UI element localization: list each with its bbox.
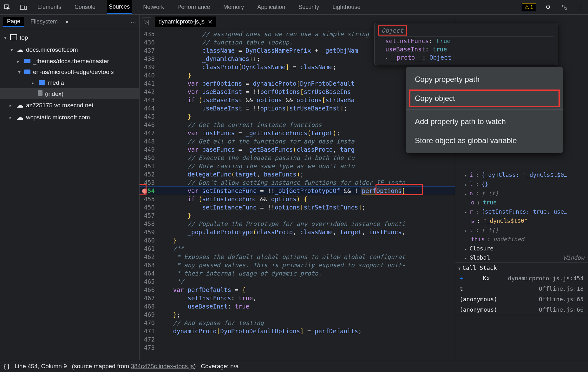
cursor-position: Line 454, Column 9 bbox=[15, 363, 67, 369]
more-icon[interactable]: ⋮ bbox=[577, 3, 585, 12]
code-line[interactable]: 470 // And expose for testing bbox=[140, 319, 455, 327]
code-editor: ▷| dynamicproto-js.js ✕ 435 // assigned … bbox=[140, 15, 455, 360]
code-line[interactable]: 468 useBaseInst: true bbox=[140, 302, 455, 310]
callstack-frame[interactable]: (anonymous)Offline.js:65 bbox=[455, 294, 588, 304]
sidebar-tabs: Page Filesystem » ⋯ bbox=[0, 15, 139, 29]
devtools-tab-security[interactable]: Security bbox=[297, 0, 321, 14]
code-line[interactable]: 463 * any passed values. This is primari… bbox=[140, 261, 455, 269]
tree-domain[interactable]: ▼docs.microsoft.com bbox=[0, 44, 139, 56]
code-line[interactable]: 471 dynamicProto[DynProtoDefaultOptions]… bbox=[140, 327, 455, 335]
callstack-frame[interactable]: (anonymous)Offline.js:66 bbox=[455, 304, 588, 315]
coverage: Coverage: n/a bbox=[201, 363, 238, 369]
cloud-icon bbox=[16, 113, 23, 122]
tree-folder[interactable]: ▸_themes/docs.theme/master bbox=[0, 56, 139, 67]
code-line[interactable]: 451 // Note casting the same type as we … bbox=[140, 162, 455, 170]
annotation-breakpoint-line-marker bbox=[140, 184, 147, 195]
devtools-tabstrip: ElementsConsoleSourcesNetworkPerformance… bbox=[0, 0, 588, 15]
context-menu: Copy property pathCopy objectAdd propert… bbox=[406, 67, 563, 153]
source-map-link[interactable]: 384c475c.index-docs.js bbox=[131, 363, 194, 369]
folder-icon bbox=[39, 79, 45, 86]
sidebar-tab-page[interactable]: Page bbox=[3, 17, 24, 27]
code-line[interactable]: 462 * Exposes the default global options… bbox=[140, 253, 455, 261]
tree-file-index[interactable]: (index) bbox=[0, 88, 139, 99]
scope-global[interactable]: GlobalWindow bbox=[455, 253, 588, 262]
svg-rect-2 bbox=[25, 6, 27, 10]
code-line[interactable]: 459 _populatePrototype(classProto, class… bbox=[140, 228, 455, 236]
scope-variable[interactable]: o: true bbox=[455, 198, 588, 207]
devtools-tab-memory[interactable]: Memory bbox=[221, 0, 246, 14]
code-line[interactable]: 473 bbox=[140, 343, 455, 352]
code-line[interactable]: 467 setInstFuncs: true, bbox=[140, 294, 455, 302]
code-line[interactable]: 472 bbox=[140, 335, 455, 343]
annotation-hovered-identifier bbox=[376, 184, 423, 195]
sidebar-more-icon[interactable]: ⋯ bbox=[130, 18, 136, 25]
window-icon bbox=[10, 34, 17, 42]
callstack-section: Call Stack Kxdynamicproto-js.js:454tOffl… bbox=[455, 262, 588, 315]
navigator-sidebar: Page Filesystem » ⋯ ▼top ▼docs.microsoft… bbox=[0, 15, 140, 360]
file-tree: ▼top ▼docs.microsoft.com ▸_themes/docs.t… bbox=[0, 29, 139, 126]
scope-variable[interactable]: i: {_dynClass: "_dynCls$t$0… bbox=[455, 170, 588, 179]
code-line[interactable]: 469 }; bbox=[140, 310, 455, 319]
code-line[interactable]: 458 // Populate the Prototype for any ov… bbox=[140, 220, 455, 228]
scope-section: i: {_dynClass: "_dynCls$t$0…l: {}n: ƒ (t… bbox=[455, 170, 588, 262]
scope-variable[interactable]: t: ƒ t() bbox=[455, 225, 588, 235]
callstack-header[interactable]: Call Stack bbox=[455, 262, 588, 273]
tree-domain[interactable]: ▸wcpstatic.microsoft.com bbox=[0, 111, 139, 123]
settings-icon[interactable]: ⚙ bbox=[544, 3, 552, 12]
devtools-tab-elements[interactable]: Elements bbox=[36, 0, 63, 14]
cloud-icon bbox=[16, 101, 23, 110]
sidebar-tabs-overflow[interactable]: » bbox=[65, 18, 69, 25]
inspect-icon[interactable] bbox=[3, 3, 11, 12]
scope-variable[interactable]: s: "_dynCls$t$0" bbox=[455, 216, 588, 225]
dock-icon[interactable] bbox=[560, 3, 569, 12]
svg-rect-1 bbox=[20, 5, 24, 10]
folder-icon bbox=[24, 58, 30, 65]
close-tab-icon[interactable]: ✕ bbox=[208, 18, 212, 25]
toggle-navigator-icon[interactable]: ▷| bbox=[142, 17, 151, 26]
code-line[interactable]: 466 var perfDefaults = { bbox=[140, 286, 455, 294]
devtools-tab-lighthouse[interactable]: Lighthouse bbox=[330, 0, 362, 14]
device-icon[interactable] bbox=[19, 3, 28, 12]
tree-folder[interactable]: ▼en-us/microsoft-edge/devtools bbox=[0, 67, 139, 77]
code-line[interactable]: 460 } bbox=[140, 236, 455, 244]
file-icon bbox=[38, 90, 42, 97]
tree-top[interactable]: ▼top bbox=[0, 32, 139, 44]
callstack-frame[interactable]: Kxdynamicproto-js.js:454 bbox=[455, 273, 588, 283]
devtools-tab-application[interactable]: Application bbox=[255, 0, 287, 14]
scope-variable[interactable]: l: {} bbox=[455, 179, 588, 189]
folder-icon bbox=[24, 69, 30, 76]
file-tab[interactable]: dynamicproto-js.js ✕ bbox=[155, 17, 216, 27]
issues-badge[interactable]: 1 bbox=[522, 3, 536, 11]
devtools-tab-sources[interactable]: Sources bbox=[107, 0, 132, 14]
context-menu-item[interactable]: Copy object bbox=[410, 90, 559, 107]
scope-closure[interactable]: Closure bbox=[455, 244, 588, 253]
object-tooltip: Object setInstFuncs: true useBaseInst: t… bbox=[374, 23, 558, 65]
code-line[interactable]: 452 delegateFunc(target, baseFuncs); bbox=[140, 170, 455, 178]
devtools-tab-performance[interactable]: Performance bbox=[175, 0, 212, 14]
context-menu-item[interactable]: Add property path to watch bbox=[406, 112, 563, 131]
pretty-print-icon[interactable] bbox=[4, 363, 10, 370]
tree-domain[interactable]: ▸az725175.vo.msecnd.net bbox=[0, 99, 139, 111]
file-tab-label: dynamicproto-js.js bbox=[159, 18, 205, 25]
scope-variable[interactable]: r: {setInstFuncs: true, use… bbox=[455, 207, 588, 216]
scope-variable[interactable]: n: ƒ (t) bbox=[455, 189, 588, 198]
context-menu-item[interactable]: Copy property path bbox=[406, 70, 563, 89]
status-bar: Line 454, Column 9 (source mapped from 3… bbox=[0, 360, 588, 372]
devtools-tab-network[interactable]: Network bbox=[141, 0, 166, 14]
devtools-tab-console[interactable]: Console bbox=[73, 0, 97, 14]
callstack-frame[interactable]: tOffline.js:18 bbox=[455, 283, 588, 294]
code-line[interactable]: 457 } bbox=[140, 211, 455, 220]
code-line[interactable]: 450 // Execute the delegate passing in b… bbox=[140, 154, 455, 162]
code-line[interactable]: 461 /** bbox=[140, 244, 455, 253]
scope-variable[interactable]: this: undefined bbox=[455, 235, 588, 244]
tree-folder[interactable]: ▸media bbox=[0, 77, 139, 88]
sidebar-tab-filesystem[interactable]: Filesystem bbox=[30, 18, 58, 25]
code-line[interactable]: 464 * their internal usage of dynamic pr… bbox=[140, 269, 455, 277]
tooltip-title: Object bbox=[379, 26, 406, 35]
context-menu-item[interactable]: Store object as global variable bbox=[406, 131, 563, 150]
code-line[interactable]: 465 */ bbox=[140, 277, 455, 286]
code-line[interactable]: 455 if (setInstanceFunc && options) { bbox=[140, 195, 455, 203]
cloud-icon bbox=[16, 46, 23, 54]
code-line[interactable]: 456 setInstanceFunc = !!options[strSetIn… bbox=[140, 203, 455, 211]
